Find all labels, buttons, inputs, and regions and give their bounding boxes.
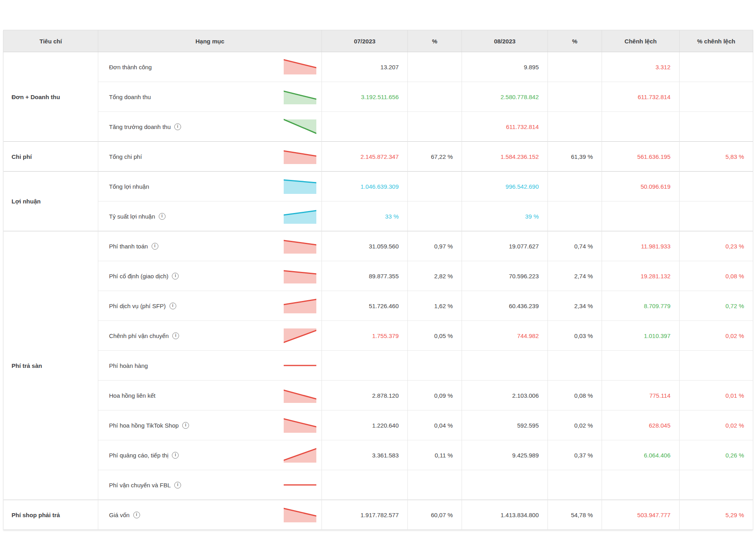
value-cell: 1.010.397: [602, 321, 680, 351]
value-cell: [680, 112, 753, 142]
value-cell: 503.947.777: [602, 500, 680, 530]
value-cell: 2,34 %: [548, 291, 602, 321]
value-cell: [408, 52, 462, 82]
category-cell: Phí cố định (giao dịch)i: [98, 261, 322, 291]
group-cell: Phí shop phải trả: [4, 500, 98, 530]
value-cell: 1.584.236.152: [462, 142, 548, 172]
value-cell: 744.982: [462, 321, 548, 351]
value-cell: 0,08 %: [548, 381, 602, 410]
info-icon[interactable]: i: [170, 303, 176, 309]
value-cell: 60,07 %: [408, 500, 462, 530]
value-cell: 5,29 %: [680, 500, 753, 530]
value-cell: 0,74 %: [548, 231, 602, 261]
info-icon[interactable]: i: [174, 123, 181, 130]
category-cell: Phí dịch vụ (phí SFP)i: [98, 291, 322, 321]
value-cell: [548, 201, 602, 231]
row-label: Tổng chi phí: [109, 153, 142, 160]
report-table: Tiêu chí Hạng mục 07/2023 % 08/2023 % Ch…: [3, 30, 753, 530]
info-icon[interactable]: i: [182, 422, 189, 429]
value-cell: 0,08 %: [680, 261, 753, 291]
group-cell: Chi phí: [4, 142, 98, 172]
value-cell: [322, 351, 408, 381]
category-cell: Phí thanh toáni: [98, 231, 322, 261]
category-cell: Chênh phí vận chuyểni: [98, 321, 322, 351]
value-cell: 775.114: [602, 381, 680, 410]
value-cell: [602, 351, 680, 381]
value-cell: [680, 470, 753, 500]
value-cell: [408, 470, 462, 500]
value-cell: 0,26 %: [680, 440, 753, 470]
table-row: Phí hoàn hàng: [4, 351, 753, 381]
info-icon[interactable]: i: [172, 332, 179, 339]
info-icon[interactable]: i: [174, 482, 181, 489]
value-cell: 0,72 %: [680, 291, 753, 321]
table-row: Lợi nhuậnTổng lợi nhuận1.046.639.309996.…: [4, 172, 753, 201]
sparkline-chart: [284, 238, 316, 254]
row-label: Tổng doanh thu: [109, 94, 151, 100]
sparkline-chart: [284, 297, 316, 314]
info-icon[interactable]: i: [172, 452, 179, 459]
value-cell: [322, 112, 408, 142]
row-label: Phí quảng cáo, tiếp thị: [109, 452, 168, 459]
value-cell: 0,03 %: [548, 321, 602, 351]
info-icon[interactable]: i: [133, 512, 140, 518]
value-cell: [408, 201, 462, 231]
column-header-tieu-chi: Tiêu chí: [4, 30, 98, 52]
table-row: Hoa hồng liên kết2.878.1200,09 %2.103.00…: [4, 381, 753, 410]
value-cell: [408, 351, 462, 381]
table-row: Đơn + Doanh thuĐơn thành công13.2079.895…: [4, 52, 753, 82]
table-row: Phí trả sànPhí thanh toáni31.059.5600,97…: [4, 231, 753, 261]
category-cell: Đơn thành công: [98, 52, 322, 82]
value-cell: 1.046.639.309: [322, 172, 408, 201]
sparkline-chart: [284, 447, 316, 463]
info-icon[interactable]: i: [159, 213, 166, 220]
sparkline-chart: [284, 178, 316, 195]
table-row: Tỷ suất lợi nhuậni33 %39 %: [4, 201, 753, 231]
sparkline-chart: [284, 118, 316, 135]
value-cell: 0,11 %: [408, 440, 462, 470]
value-cell: 0,37 %: [548, 440, 602, 470]
sparkline-chart: [284, 208, 316, 225]
value-cell: 1.413.834.800: [462, 500, 548, 530]
value-cell: [680, 52, 753, 82]
value-cell: [408, 82, 462, 112]
value-cell: 592.595: [462, 410, 548, 440]
row-label: Tỷ suất lợi nhuận: [109, 213, 155, 220]
value-cell: 67,22 %: [408, 142, 462, 172]
row-label: Phí hoàn hàng: [109, 362, 148, 369]
category-cell: Tăng trưởng doanh thui: [98, 112, 322, 142]
value-cell: 611.732.814: [462, 112, 548, 142]
value-cell: 3.312: [602, 52, 680, 82]
column-header-month-2: 08/2023: [462, 30, 548, 52]
value-cell: [680, 201, 753, 231]
column-header-month-1: 07/2023: [322, 30, 408, 52]
value-cell: 54,78 %: [548, 500, 602, 530]
value-cell: [548, 82, 602, 112]
value-cell: [680, 82, 753, 112]
value-cell: 2.878.120: [322, 381, 408, 410]
value-cell: 70.596.223: [462, 261, 548, 291]
category-cell: Tổng doanh thu: [98, 82, 322, 112]
sparkline-chart: [284, 268, 316, 284]
sparkline-chart: [284, 417, 316, 434]
table-row: Chi phíTổng chi phí2.145.872.34767,22 %1…: [4, 142, 753, 172]
info-icon[interactable]: i: [172, 273, 179, 279]
info-icon[interactable]: i: [152, 243, 158, 250]
value-cell: 996.542.690: [462, 172, 548, 201]
value-cell: 1,62 %: [408, 291, 462, 321]
value-cell: 51.726.460: [322, 291, 408, 321]
value-cell: 2,82 %: [408, 261, 462, 291]
financial-comparison-table: Tiêu chí Hạng mục 07/2023 % 08/2023 % Ch…: [3, 30, 753, 530]
value-cell: 33 %: [322, 201, 408, 231]
row-label: Phí hoa hồng TikTok Shop: [109, 422, 179, 429]
category-cell: Hoa hồng liên kết: [98, 381, 322, 410]
sparkline-chart: [284, 387, 316, 404]
sparkline-chart: [284, 327, 316, 344]
table-row: Chênh phí vận chuyểni1.755.3790,05 %744.…: [4, 321, 753, 351]
value-cell: [548, 351, 602, 381]
row-label: Phí cố định (giao dịch): [109, 273, 168, 279]
value-cell: 628.045: [602, 410, 680, 440]
value-cell: [602, 112, 680, 142]
row-label: Phí thanh toán: [109, 243, 148, 250]
value-cell: 60.436.239: [462, 291, 548, 321]
